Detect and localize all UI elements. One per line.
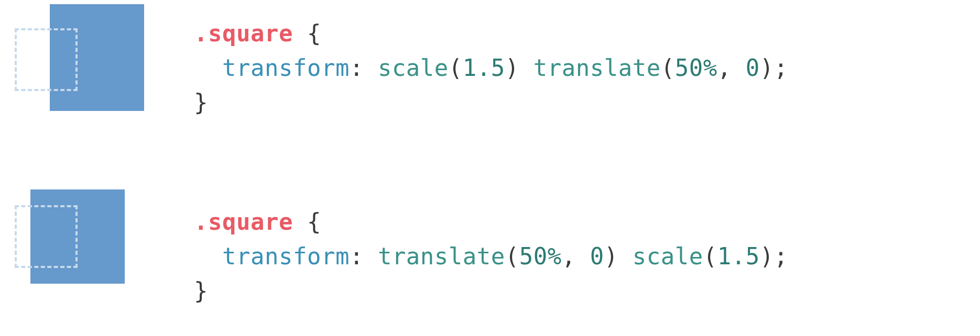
code-block-2: .square { transform: translate(50%, 0) s…	[189, 205, 980, 308]
css-value: 1.5	[463, 54, 505, 81]
indent	[194, 243, 222, 270]
css-property: transform	[222, 243, 350, 270]
comma: ,	[717, 54, 746, 81]
css-property: transform	[222, 54, 350, 81]
paren-close: )	[604, 243, 633, 270]
paren-open: (	[449, 54, 463, 81]
colon: :	[350, 243, 378, 270]
css-value: 0	[590, 243, 604, 270]
css-function-scale: scale	[633, 243, 703, 270]
colon: :	[350, 54, 378, 81]
open-brace: {	[293, 208, 321, 235]
close-brace: }	[194, 89, 208, 116]
paren-close-semi: );	[760, 243, 788, 270]
paren-open: (	[703, 243, 717, 270]
paren-close-semi: );	[760, 54, 788, 81]
code-block-1: .square { transform: scale(1.5) translat…	[189, 16, 980, 120]
paren-open: (	[661, 54, 675, 81]
css-value: 0	[746, 54, 760, 81]
paren-open: (	[505, 243, 519, 270]
indent	[194, 54, 222, 81]
css-value: 50%	[519, 243, 562, 270]
close-brace: }	[194, 277, 208, 304]
visual-demo-1	[0, 0, 189, 136]
example-row-2: .square { transform: translate(50%, 0) s…	[0, 188, 980, 324]
css-function-translate: translate	[378, 243, 505, 270]
css-value: 50%	[675, 54, 717, 81]
css-value: 1.5	[717, 243, 760, 270]
comma: ,	[562, 243, 590, 270]
example-row-1: .square { transform: scale(1.5) translat…	[0, 0, 980, 136]
css-function-scale: scale	[378, 54, 449, 81]
css-selector: .square	[194, 208, 293, 235]
open-brace: {	[293, 20, 321, 47]
css-selector: .square	[194, 20, 293, 47]
visual-demo-2	[0, 188, 189, 324]
original-outline-2	[15, 205, 78, 268]
original-outline-1	[15, 28, 78, 91]
css-function-translate: translate	[533, 54, 661, 81]
paren-close: )	[505, 54, 533, 81]
